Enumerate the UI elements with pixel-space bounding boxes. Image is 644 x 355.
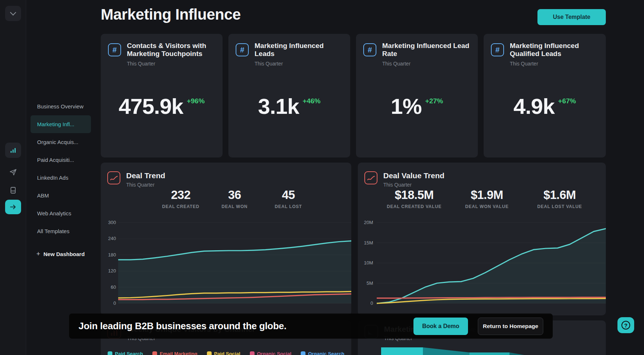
new-dashboard-label: New Dashboard (44, 251, 85, 257)
book-a-demo-button[interactable]: Book a Demo (413, 318, 468, 335)
y-axis-labels: 20M15M10M5M0 (359, 217, 373, 308)
kpi-delta-badge: +67% (558, 97, 576, 105)
hash-number-icon: # (363, 43, 376, 56)
kpi-value: 475.9k (119, 96, 183, 117)
dashboard-sidebar: Business Overview Marketing Infl... Orga… (26, 0, 95, 355)
question-mark-icon: ? (621, 321, 630, 330)
bar-chart-icon (9, 147, 17, 154)
sidebar-item-web-analytics[interactable]: Web Analytics (26, 204, 95, 222)
y-axis-labels: 300240180120600 (102, 217, 116, 308)
left-rail (0, 0, 26, 355)
kpi-title: Marketing Influenced Qualified Leads (510, 42, 599, 58)
stat-value: 45 (263, 188, 314, 202)
kpi-title: Contacts & Visitors with Marketing Touch… (127, 42, 215, 58)
sidebar-item-linkedin-ads[interactable]: LinkedIn Ads (26, 169, 95, 187)
rail-dashboards-button[interactable] (5, 143, 21, 158)
arrow-right-icon (10, 204, 16, 210)
kpi-title: Marketing Influenced Leads (255, 42, 343, 58)
new-dashboard-button[interactable]: + New Dashboard (36, 250, 85, 258)
funnel-chart (381, 347, 535, 355)
kpi-title: Marketing Influenced Lead Rate (382, 42, 471, 58)
cta-banner: Join leading B2B businesses around the g… (69, 314, 553, 339)
rail-expand-button[interactable] (5, 200, 21, 214)
legend-label: Organic Search (308, 351, 344, 355)
kpi-card-lead-rate: # Marketing Influenced Lead Rate This Qu… (356, 34, 478, 157)
rail-send-button[interactable] (5, 164, 21, 180)
dashboard-page: Business Overview Marketing Infl... Orga… (0, 0, 644, 355)
kpi-delta-badge: +96% (187, 97, 205, 105)
kpi-card-qualified-leads: # Marketing Influenced Qualified Leads T… (484, 34, 606, 157)
legend-item-organic-search[interactable]: Organic Search (301, 351, 344, 355)
card-title: Deal Trend (126, 171, 165, 180)
use-template-button[interactable]: Use Template (537, 9, 606, 25)
kpi-subtitle: This Quarter (382, 61, 471, 67)
deal-value-trend-card: Deal Value Trend This Quarter $18.5M DEA… (358, 163, 606, 315)
legend-label: Organic Social (257, 351, 292, 355)
kpi-card-contacts-visitors: # Contacts & Visitors with Marketing Tou… (101, 34, 223, 157)
stat-value: $18.5M (380, 188, 449, 202)
kpi-value: 3.1k (258, 96, 299, 117)
card-title: Deal Value Trend (383, 171, 444, 180)
legend-swatch (301, 351, 305, 355)
legend-swatch (152, 351, 157, 355)
stat-label: DEAL LOST (263, 204, 314, 209)
legend-label: Email Marketing (160, 351, 197, 355)
legend-swatch (250, 351, 255, 355)
stat-label: DEAL CREATED (155, 204, 206, 209)
workspace-dropdown-button[interactable] (5, 6, 21, 21)
hash-number-icon: # (236, 43, 249, 56)
sidebar-item-marketing-influence[interactable]: Marketing Infl... (31, 115, 91, 133)
hash-number-icon: # (491, 43, 504, 56)
card-subtitle: This Quarter (126, 182, 165, 188)
kpi-card-influenced-leads: # Marketing Influenced Leads This Quarte… (228, 34, 350, 157)
chart-legend: Paid Search Email Marketing Paid Social … (101, 351, 351, 355)
legend-item-organic-social[interactable]: Organic Social (250, 351, 292, 355)
deal-value-trend-line-chart (377, 217, 606, 308)
sidebar-item-paid-acquisition[interactable]: Paid Acquisiti... (26, 151, 95, 169)
legend-item-paid-search[interactable]: Paid Search (108, 351, 143, 355)
send-plane-icon (9, 168, 17, 176)
plus-icon: + (36, 250, 40, 258)
stat-value: 36 (209, 188, 260, 202)
sidebar-item-organic-acquisition[interactable]: Organic Acquis... (26, 133, 95, 151)
page-title: Marketing Influence (101, 6, 241, 23)
legend-label: Paid Search (115, 351, 143, 355)
sidebar-item-all-templates[interactable]: All Templates (26, 222, 95, 240)
main-content: Marketing Influence Use Template # Conta… (101, 0, 606, 355)
kpi-value: 1% (391, 96, 422, 117)
kpi-subtitle: This Quarter (255, 61, 343, 67)
sidebar-item-business-overview[interactable]: Business Overview (26, 97, 95, 115)
stat-value: $1.6M (525, 188, 594, 202)
legend-label: Paid Social (214, 351, 240, 355)
kpi-subtitle: This Quarter (127, 61, 215, 67)
kpi-subtitle: This Quarter (510, 61, 599, 67)
card-subtitle: This Quarter (383, 182, 444, 188)
legend-item-email-marketing[interactable]: Email Marketing (152, 351, 197, 355)
stat-label: DEAL WON (209, 204, 260, 209)
stat-label: DEAL LOST VALUE (525, 204, 594, 209)
line-chart-icon (107, 171, 120, 184)
legend-swatch (108, 351, 112, 355)
line-chart-icon (364, 171, 377, 184)
chevron-down-icon (10, 9, 16, 16)
stat-value: $1.9M (452, 188, 521, 202)
kpi-value: 4.9k (513, 96, 555, 117)
book-icon (9, 186, 17, 194)
kpi-delta-badge: +27% (425, 97, 443, 105)
stat-label: DEAL CREATED VALUE (380, 204, 449, 209)
legend-item-paid-social[interactable]: Paid Social (207, 351, 240, 355)
return-to-homepage-button[interactable]: Return to Homepage (478, 318, 543, 335)
kpi-delta-badge: +46% (303, 97, 320, 105)
stat-value: 232 (155, 188, 206, 202)
stat-label: DEAL WON VALUE (452, 204, 521, 209)
sidebar-item-abm[interactable]: ABM (26, 187, 95, 204)
legend-swatch (207, 351, 212, 355)
banner-text: Join leading B2B businesses around the g… (79, 320, 287, 332)
deal-trend-line-chart (118, 217, 351, 308)
deal-trend-card: Deal Trend This Quarter 232 DEAL CREATED… (101, 163, 351, 315)
hash-number-icon: # (108, 43, 121, 56)
help-button[interactable]: ? (617, 317, 634, 333)
rail-library-button[interactable] (5, 183, 21, 198)
